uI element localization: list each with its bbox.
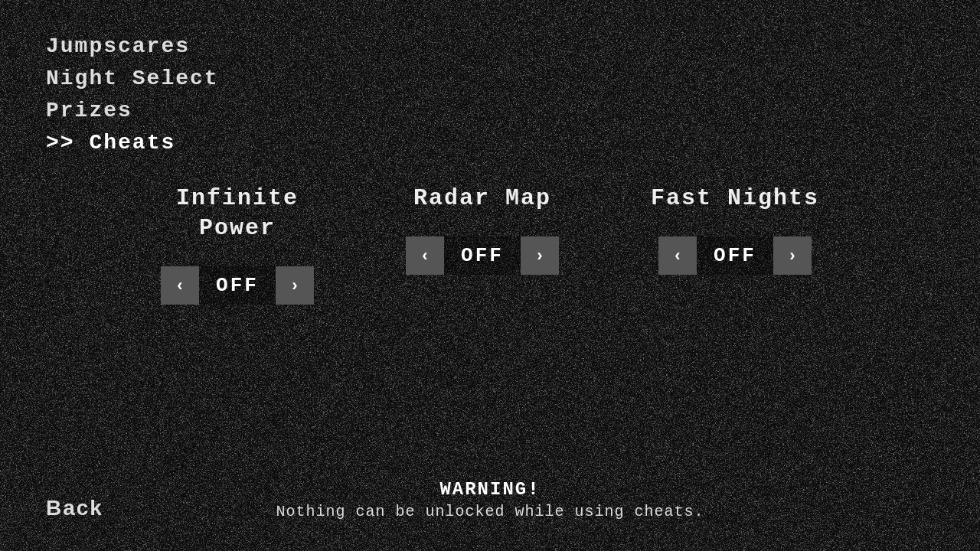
nav-item-jumpscares[interactable]: Jumpscares: [46, 31, 219, 63]
fast-nights-left-arrow[interactable]: ‹: [658, 236, 697, 275]
warning-text: Nothing can be unlocked while using chea…: [0, 503, 980, 520]
radar-map-right-arrow[interactable]: ›: [521, 236, 559, 275]
back-button[interactable]: Back: [46, 496, 103, 520]
warning-title: WARNING!: [0, 479, 980, 500]
cheat-control-infinite-power: ‹ OFF ›: [161, 266, 314, 305]
nav-item-prizes[interactable]: Prizes: [46, 95, 219, 127]
radar-map-left-arrow[interactable]: ‹: [406, 236, 444, 275]
fast-nights-right-arrow[interactable]: ›: [773, 236, 812, 275]
radar-map-value: OFF: [444, 236, 521, 275]
cheats-section: InfinitePower ‹ OFF › Radar Map ‹ OFF › …: [0, 184, 980, 305]
infinite-power-left-arrow[interactable]: ‹: [161, 266, 199, 305]
fast-nights-value: OFF: [697, 236, 773, 275]
nav-item-cheats[interactable]: Cheats: [46, 127, 219, 159]
cheat-item-infinite-power: InfinitePower ‹ OFF ›: [161, 184, 314, 305]
warning-section: WARNING! Nothing can be unlocked while u…: [0, 479, 980, 520]
cheat-label-infinite-power: InfinitePower: [176, 184, 299, 243]
nav-menu: Jumpscares Night Select Prizes Cheats: [46, 31, 219, 159]
cheat-label-fast-nights: Fast Nights: [651, 184, 819, 214]
infinite-power-value: OFF: [199, 266, 276, 305]
cheat-control-fast-nights: ‹ OFF ›: [658, 236, 812, 275]
cheat-item-fast-nights: Fast Nights ‹ OFF ›: [651, 184, 819, 275]
infinite-power-right-arrow[interactable]: ›: [276, 266, 314, 305]
cheat-item-radar-map: Radar Map ‹ OFF ›: [406, 184, 559, 275]
nav-item-night-select[interactable]: Night Select: [46, 63, 219, 95]
cheat-label-radar-map: Radar Map: [413, 184, 551, 214]
cheat-control-radar-map: ‹ OFF ›: [406, 236, 559, 275]
